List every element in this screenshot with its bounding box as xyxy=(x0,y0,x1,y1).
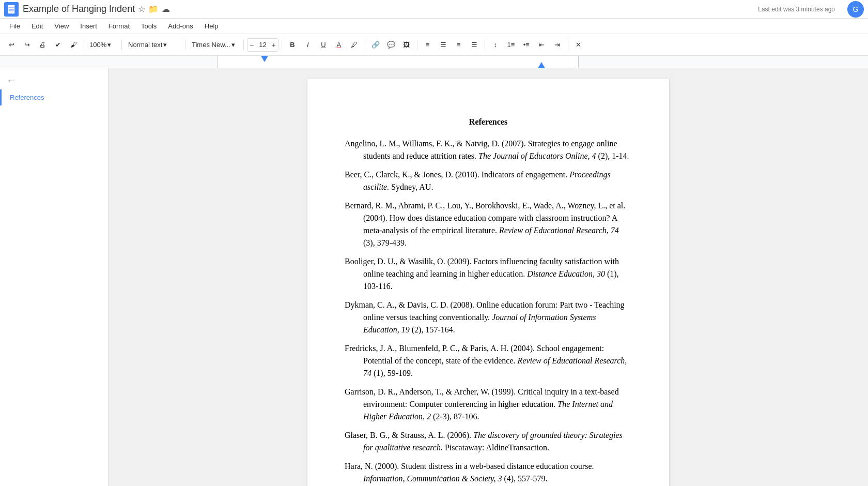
menu-format[interactable]: Format xyxy=(103,20,135,32)
reference-6: Fredricks, J. A., Blumenfeld, P. C., & P… xyxy=(345,342,632,379)
bold-button[interactable]: B xyxy=(285,38,300,52)
align-center-button[interactable]: ☰ xyxy=(436,38,451,52)
page-title: References xyxy=(345,116,632,128)
menu-addons[interactable]: Add-ons xyxy=(163,20,198,32)
numbered-list-button[interactable]: 1≡ xyxy=(504,38,518,52)
reference-4: Booliger, D. U., & Wasilik, O. (2009). F… xyxy=(345,255,632,293)
clear-formatting-button[interactable]: ✕ xyxy=(571,38,586,52)
align-left-button[interactable]: ≡ xyxy=(421,38,435,52)
folder-icon[interactable]: 📁 xyxy=(148,4,159,14)
spellcheck-button[interactable]: ✔ xyxy=(51,38,65,52)
separator-4 xyxy=(243,40,244,50)
font-dropdown[interactable]: Times New... ▾ xyxy=(189,38,240,52)
sidebar-item-references[interactable]: References xyxy=(0,89,108,105)
cloud-icon[interactable]: ☁ xyxy=(162,4,170,14)
redo-button[interactable]: ↪ xyxy=(20,38,34,52)
highlight-button[interactable]: 🖊 xyxy=(347,38,362,52)
menu-tools[interactable]: Tools xyxy=(136,20,162,32)
italic-button[interactable]: I xyxy=(301,38,315,52)
reference-9: Hara, N. (2000). Student distress in a w… xyxy=(345,460,632,485)
title-section: Example of Hanging Indent ☆ 📁 ☁ xyxy=(23,4,754,14)
separator-5 xyxy=(282,40,282,50)
text-style-chevron: ▾ xyxy=(163,41,167,49)
reference-8: Glaser, B. G., & Strauss, A. L. (2006). … xyxy=(345,429,632,454)
title-icons: ☆ 📁 ☁ xyxy=(138,4,170,14)
ruler-right-margin[interactable] xyxy=(538,62,545,68)
text-style-value: Normal text xyxy=(128,41,162,49)
separator-3 xyxy=(185,40,185,50)
text-color-button[interactable]: A xyxy=(332,38,346,52)
menu-file[interactable]: File xyxy=(4,20,25,32)
reference-7: Garrison, D. R., Anderson, T., & Archer,… xyxy=(345,386,632,423)
separator-8 xyxy=(485,40,485,50)
image-button[interactable]: 🖼 xyxy=(399,38,414,52)
separator-6 xyxy=(365,40,365,50)
menu-help[interactable]: Help xyxy=(199,20,224,32)
ruler-inner xyxy=(217,56,579,68)
ruler xyxy=(0,56,868,68)
comment-button[interactable]: 💬 xyxy=(384,38,398,52)
doc-icon xyxy=(4,2,19,17)
undo-button[interactable]: ↩ xyxy=(4,38,19,52)
menu-insert[interactable]: Insert xyxy=(75,20,102,32)
font-size-value[interactable]: 12 xyxy=(256,41,269,49)
align-right-button[interactable]: ≡ xyxy=(452,38,466,52)
zoom-value: 100% xyxy=(89,41,106,49)
line-spacing-button[interactable]: ↕ xyxy=(488,38,503,52)
document-page: References Angelino, L. M., Williams, F.… xyxy=(307,79,669,486)
star-icon[interactable]: ☆ xyxy=(138,4,145,14)
print-button[interactable]: 🖨 xyxy=(35,38,50,52)
font-value: Times New... xyxy=(192,41,230,49)
title-bar: Example of Hanging Indent ☆ 📁 ☁ Last edi… xyxy=(0,0,868,19)
sidebar: ← References xyxy=(0,68,109,486)
underline-button[interactable]: U xyxy=(316,38,331,52)
paint-format-button[interactable]: 🖌 xyxy=(66,38,81,52)
reference-5: Dykman, C. A., & Davis, C. D. (2008). On… xyxy=(345,299,632,336)
font-size-increase[interactable]: + xyxy=(270,41,278,49)
text-style-dropdown[interactable]: Normal text ▾ xyxy=(125,38,182,52)
doc-area[interactable]: References Angelino, L. M., Williams, F.… xyxy=(109,68,868,486)
toolbar: ↩ ↪ 🖨 ✔ 🖌 100% ▾ Normal text ▾ Times New… xyxy=(0,34,868,56)
font-size-control: − 12 + xyxy=(247,38,278,52)
menu-view[interactable]: View xyxy=(49,20,74,32)
doc-title[interactable]: Example of Hanging Indent xyxy=(23,4,135,14)
menu-edit[interactable]: Edit xyxy=(26,20,48,32)
bulleted-list-button[interactable]: •≡ xyxy=(519,38,534,52)
main-area: ← References References Angelino, L. M.,… xyxy=(0,68,868,486)
reference-1: Angelino, L. M., Williams, F. K., & Natv… xyxy=(345,138,632,162)
increase-indent-button[interactable]: ⇥ xyxy=(550,38,565,52)
last-edit: Last edit was 3 minutes ago xyxy=(758,6,835,13)
menu-bar: File Edit View Insert Format Tools Add-o… xyxy=(0,19,868,34)
font-chevron: ▾ xyxy=(231,41,235,49)
sidebar-back-button[interactable]: ← xyxy=(0,72,108,89)
sidebar-item-label: References xyxy=(10,94,44,101)
link-button[interactable]: 🔗 xyxy=(368,38,383,52)
zoom-chevron: ▾ xyxy=(107,41,111,49)
font-size-decrease[interactable]: − xyxy=(247,41,256,49)
separator-2 xyxy=(121,40,122,50)
reference-2: Beer, C., Clarck, K., & Jones, D. (2010)… xyxy=(345,169,632,193)
separator-1 xyxy=(84,40,84,50)
align-justify-button[interactable]: ☰ xyxy=(467,38,482,52)
separator-7 xyxy=(417,40,417,50)
zoom-dropdown[interactable]: 100% ▾ xyxy=(87,38,118,52)
avatar[interactable]: G xyxy=(847,1,864,18)
separator-9 xyxy=(568,40,568,50)
reference-3: Bernard, R. M., Abrami, P. C., Lou, Y., … xyxy=(345,200,632,249)
decrease-indent-button[interactable]: ⇤ xyxy=(535,38,549,52)
ruler-left-margin[interactable] xyxy=(261,56,268,62)
